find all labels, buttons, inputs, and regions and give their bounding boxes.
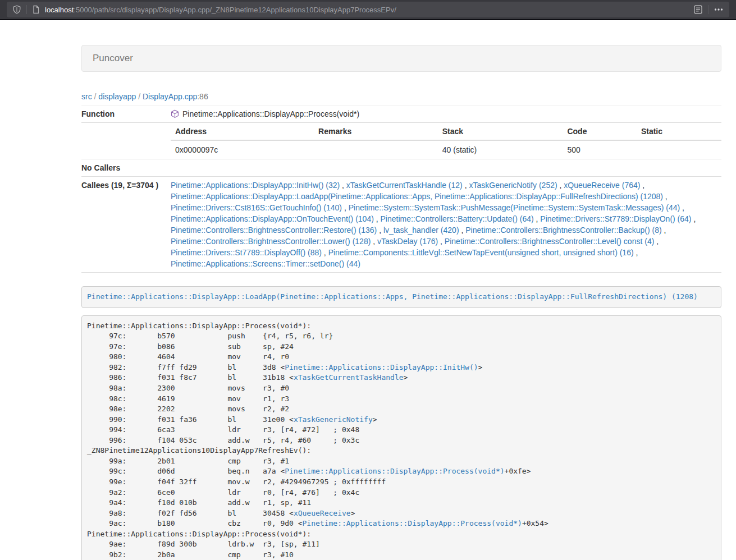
callee-link[interactable]: Pinetime::Applications::DisplayApp::Load… [171,192,663,201]
col-header-remarks: Remarks [314,123,438,140]
more-options-icon[interactable] [714,5,724,14]
function-name: Pinetime::Applications::DisplayApp::Proc… [182,108,359,120]
url-bar[interactable]: localhost:5000/path/src/displayapp/Displ… [7,2,729,17]
callee-link[interactable]: Pinetime::Drivers::St7789::DisplayOn() (… [540,214,691,223]
function-row-label: Function [81,105,171,123]
callee-link[interactable]: Pinetime::Drivers::St7789::DisplayOff() … [171,248,322,257]
col-header-stack: Stack [438,123,563,140]
callee-link[interactable]: Pinetime::Controllers::BrightnessControl… [445,237,654,246]
breadcrumb-separator: / [92,92,99,101]
page-icon[interactable] [32,5,40,14]
callee-link[interactable]: Pinetime::Controllers::BrightnessControl… [171,237,371,246]
reader-mode-icon[interactable] [693,4,703,15]
callee-link[interactable]: vTaskDelay (176) [377,237,438,246]
cube-icon [171,109,179,118]
code-value: 500 [563,140,636,159]
page-content: Puncover src / displayapp / DisplayApp.c… [81,45,721,560]
stats-header-row: Address Remarks Stack Code Static [171,123,721,140]
col-header-address: Address [171,123,314,140]
stack-value: 40 (static) [438,140,563,159]
col-header-code: Code [563,123,636,140]
callee-link[interactable]: Pinetime::System::SystemTask::PushMessag… [349,203,680,212]
browser-toolbar: localhost:5000/path/src/displayapp/Displ… [0,0,736,20]
breadcrumb-link[interactable]: DisplayApp.cpp [143,92,197,101]
function-row: Function Pinetime::Applications::Display… [81,105,721,123]
stats-value-row: 0x0000097c 40 (static) 500 [171,140,721,159]
callers-row: No Callers [81,159,721,177]
breadcrumb-link[interactable]: displayapp [98,92,136,101]
app-header: Puncover [81,45,721,72]
callee-link[interactable]: xQueueReceive (764) [564,181,640,190]
callee-link[interactable]: Pinetime::Controllers::BrightnessControl… [465,226,661,235]
highlighted-callee-box: Pinetime::Applications::DisplayApp::Load… [81,286,721,308]
callee-link[interactable]: xTaskGetCurrentTaskHandle (12) [346,181,463,190]
toolbar-divider [708,5,708,14]
assembly-symbol-link[interactable]: Pinetime::Applications::DisplayApp::Proc… [285,467,504,475]
callee-link[interactable]: lv_task_handler (420) [383,226,459,235]
assembly-symbol-link[interactable]: Pinetime::Applications::DisplayApp::Proc… [303,519,522,527]
callees-list: Pinetime::Applications::DisplayApp::Init… [171,177,721,273]
assembly-symbol-link[interactable]: xQueueReceive [294,509,351,517]
breadcrumb-link[interactable]: src [81,92,92,101]
page-title: Puncover [93,53,133,63]
address-value: 0x0000097c [171,140,314,159]
assembly-symbol-link[interactable]: xTaskGetCurrentTaskHandle [294,373,404,382]
assembly-symbol-link[interactable]: xTaskGenericNotify [294,415,373,424]
callees-label: Callees (19, Σ=3704 ) [81,177,171,273]
breadcrumb-separator: / [136,92,143,101]
breadcrumb: src / displayapp / DisplayApp.cpp:86 [81,91,721,102]
callee-link[interactable]: xTaskGenericNotify (252) [469,181,557,190]
remarks-value [314,140,438,159]
static-value [637,140,721,159]
assembly-symbol-link[interactable]: Pinetime::Applications::DisplayApp::Init… [285,363,478,371]
callee-link[interactable]: Pinetime::Applications::DisplayApp::Init… [171,181,340,190]
toolbar-divider [26,5,27,14]
callers-label: No Callers [81,159,171,177]
col-header-static: Static [637,123,721,140]
url-path: :5000/path/src/displayapp/DisplayApp.cpp… [74,6,396,14]
stats-table: Address Remarks Stack Code Static 0x0000… [171,123,721,159]
assembly-listing: Pinetime::Applications::DisplayApp::Proc… [81,315,721,560]
callee-link[interactable]: Pinetime::Applications::Screens::Timer::… [171,259,360,268]
callees-row: Callees (19, Σ=3704 ) Pinetime::Applicat… [81,177,721,273]
callee-link[interactable]: Pinetime::Drivers::Cst816S::GetTouchInfo… [171,203,342,212]
stats-row: Address Remarks Stack Code Static 0x0000… [81,123,721,159]
callee-link[interactable]: Pinetime::Controllers::BrightnessControl… [171,226,377,235]
callee-link[interactable]: Pinetime::Components::LittleVgl::SetNewT… [328,248,634,257]
function-table: Function Pinetime::Applications::Display… [81,105,721,273]
url-host: localhost [45,6,74,14]
shield-icon[interactable] [12,5,21,14]
highlighted-callee-link[interactable]: Pinetime::Applications::DisplayApp::Load… [87,292,698,301]
callee-link[interactable]: Pinetime::Controllers::Battery::Update()… [381,214,534,223]
breadcrumb-line-number: :86 [197,92,208,101]
callee-link[interactable]: Pinetime::Applications::DisplayApp::OnTo… [171,214,374,223]
